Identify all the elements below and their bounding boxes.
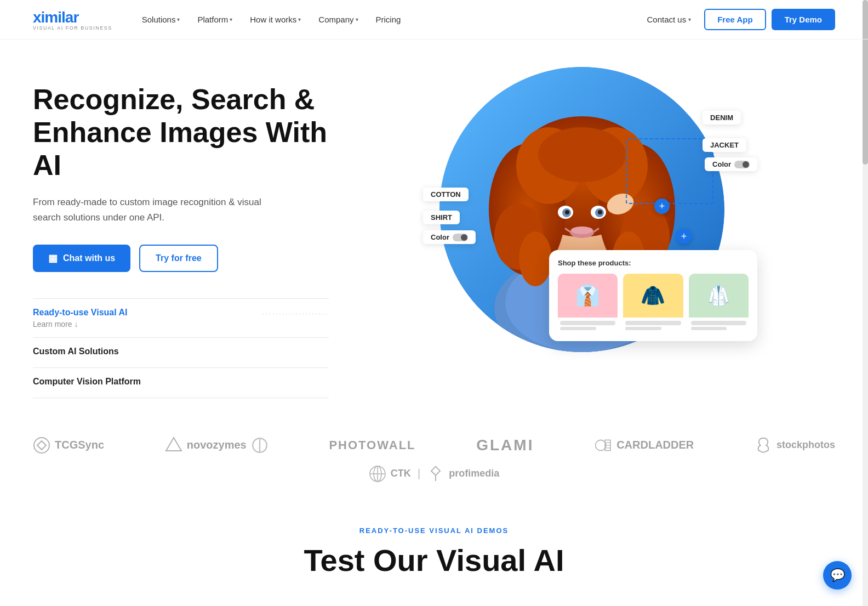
svg-marker-27: [166, 438, 181, 451]
nav-item-company[interactable]: Company ▾: [311, 10, 366, 29]
profimedia-icon: [427, 465, 444, 483]
bottom-section: READY-TO-USE VISUAL AI DEMOS Test Our Vi…: [0, 499, 868, 594]
chevron-down-icon: ▾: [298, 16, 301, 22]
logos-row-2: CTK | profimedia: [33, 465, 835, 483]
chevron-down-icon: ▾: [230, 16, 232, 22]
product-bar2: [625, 327, 661, 330]
try-for-free-button[interactable]: Try for free: [139, 245, 218, 272]
svg-point-22: [598, 210, 602, 214]
section-title-custom: Custom AI Solutions: [33, 347, 329, 356]
tag-cotton: COTTON: [423, 188, 469, 201]
svg-point-24: [571, 226, 593, 234]
navbar: ximilar VISUAL AI FOR BUSINESS Solutions…: [0, 0, 868, 39]
shop-product-1[interactable]: 👔: [558, 274, 618, 332]
shop-products-list: 👔 🧥 🥼: [558, 274, 749, 332]
section-item-platform[interactable]: Computer Vision Platform: [33, 368, 329, 398]
logo-tagline: VISUAL AI FOR BUSINESS: [33, 25, 112, 31]
tag-shirt: SHIRT: [423, 211, 460, 224]
section-title-ready: Ready-to-use Visual AI: [33, 308, 128, 318]
shop-panel-title: Shop these products:: [558, 259, 749, 267]
product-bar: [691, 321, 746, 325]
product-image-2: 🧥: [623, 274, 683, 318]
tag-jacket: JACKET: [703, 138, 746, 152]
nav-links: Solutions ▾ Platform ▾ How it works ▾ Co…: [134, 10, 639, 29]
logo-stockphotos: stockphotos: [755, 437, 835, 454]
logo-cardladder: CARDLADDER: [595, 437, 694, 454]
logos-section: TCGSync novozymes PHOTOWALL GLAMI CARDLA…: [0, 409, 868, 499]
chat-icon: ▦: [48, 252, 58, 264]
novozymes-sub-icon: [251, 437, 269, 454]
color-toggle-2[interactable]: [453, 234, 468, 241]
plus-icon-top[interactable]: +: [654, 199, 670, 214]
hero-section-list: Ready-to-use Visual AI ·················…: [33, 298, 329, 398]
scrollbar-track: [863, 0, 868, 593]
nav-item-how-it-works[interactable]: How it works ▾: [242, 10, 309, 29]
nav-item-pricing[interactable]: Pricing: [368, 10, 409, 29]
hero-title: Recognize, Search & Enhance Images With …: [33, 83, 329, 182]
tag-color1: Color: [705, 157, 757, 171]
bottom-label: READY-TO-USE VISUAL AI DEMOS: [33, 526, 835, 535]
svg-point-12: [538, 127, 626, 182]
chevron-down-icon: ▾: [356, 16, 358, 22]
tcgsync-icon: [33, 437, 50, 454]
logos-row-1: TCGSync novozymes PHOTOWALL GLAMI CARDLA…: [33, 437, 835, 454]
hero-illustration: DENIM JACKET Color COTTON SHIRT Color + …: [439, 67, 724, 352]
bottom-title: Test Our Visual AI: [33, 543, 835, 577]
try-demo-button[interactable]: Try Demo: [772, 9, 835, 30]
contact-us-link[interactable]: Contact us ▾: [639, 10, 699, 29]
section-item-custom[interactable]: Custom AI Solutions: [33, 338, 329, 368]
chat-bubble-icon: 💬: [830, 568, 845, 582]
logo-glami: GLAMI: [476, 437, 534, 454]
product-image-3: 🥼: [689, 274, 749, 318]
logo-novozymes: novozymes: [165, 437, 269, 454]
logo-name: ximilar: [33, 9, 112, 26]
shop-product-2[interactable]: 🧥: [623, 274, 683, 332]
nav-item-platform[interactable]: Platform ▾: [190, 10, 240, 29]
logo-tcgsync: TCGSync: [33, 437, 104, 454]
product-bar: [560, 321, 615, 325]
chevron-down-icon: ▾: [688, 16, 691, 22]
section-item-ready[interactable]: Ready-to-use Visual AI ·················…: [33, 299, 329, 338]
ctk-icon: [369, 465, 386, 483]
plus-icon-mid[interactable]: +: [676, 229, 692, 244]
nav-right: Contact us ▾ Free App Try Demo: [639, 9, 835, 30]
shop-panel: Shop these products: 👔 🧥 🥼: [549, 250, 757, 341]
product-bar2: [691, 327, 727, 330]
hero-section: Recognize, Search & Enhance Images With …: [0, 39, 868, 409]
hero-buttons: ▦ Chat with us Try for free: [33, 245, 329, 272]
color-toggle-1[interactable]: [734, 161, 750, 168]
chat-bubble-button[interactable]: 💬: [823, 561, 852, 590]
svg-point-30: [596, 440, 606, 450]
chat-with-us-button[interactable]: ▦ Chat with us: [33, 245, 130, 272]
stockphotos-icon: [755, 437, 772, 454]
svg-point-15: [519, 231, 552, 286]
selection-rectangle: [626, 138, 713, 204]
section-dots: ····················: [262, 310, 329, 317]
free-app-button[interactable]: Free App: [704, 9, 766, 30]
tag-color2: Color: [423, 230, 476, 244]
logo-photowall: PHOTOWALL: [329, 438, 415, 452]
hero-right: DENIM JACKET Color COTTON SHIRT Color + …: [329, 72, 835, 352]
tag-denim: DENIM: [703, 111, 741, 124]
hero-subtitle: From ready-made to custom image recognit…: [33, 195, 263, 224]
hero-left: Recognize, Search & Enhance Images With …: [33, 72, 329, 398]
product-bar: [625, 321, 681, 325]
chevron-down-icon: ▾: [177, 16, 180, 22]
novozymes-icon: [165, 437, 182, 454]
cardladder-icon: [595, 437, 612, 454]
nav-item-solutions[interactable]: Solutions ▾: [134, 10, 188, 29]
logo[interactable]: ximilar VISUAL AI FOR BUSINESS: [33, 9, 112, 31]
svg-point-21: [565, 210, 569, 214]
product-bar2: [560, 327, 596, 330]
svg-point-26: [34, 438, 49, 453]
shop-product-3[interactable]: 🥼: [689, 274, 749, 332]
learn-more-link[interactable]: Learn more ↓: [33, 320, 329, 329]
section-title-platform: Computer Vision Platform: [33, 377, 329, 387]
product-image-1: 👔: [558, 274, 618, 318]
logo-ctk-profimedia: CTK | profimedia: [369, 465, 500, 483]
